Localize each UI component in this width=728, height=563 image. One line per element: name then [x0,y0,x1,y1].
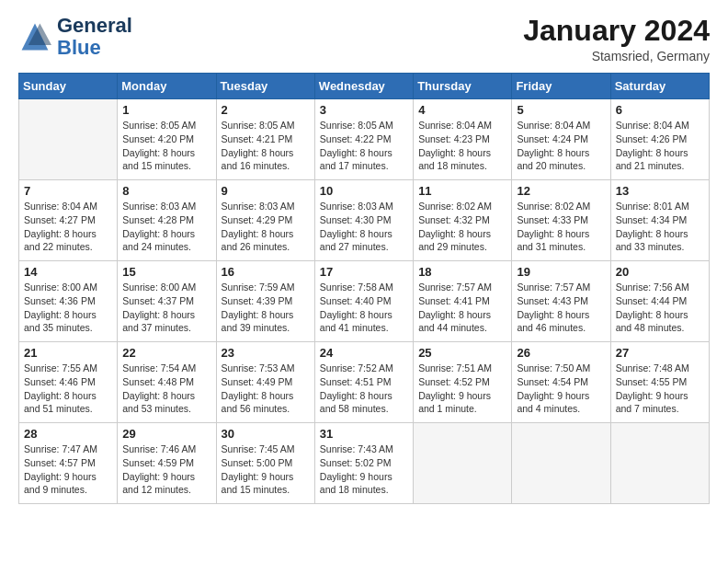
daylight-text: Daylight: 8 hours and 16 minutes. [222,147,294,172]
day-info: Sunrise: 7:52 AM Sunset: 4:51 PM Dayligh… [320,362,408,416]
week-row-2: 7 Sunrise: 8:04 AM Sunset: 4:27 PM Dayli… [19,180,710,261]
sunset-text: Sunset: 4:29 PM [222,214,293,225]
daylight-text: Daylight: 8 hours and 56 minutes. [222,390,294,415]
col-saturday: Saturday [610,74,709,99]
day-cell-2-3: 9 Sunrise: 8:03 AM Sunset: 4:29 PM Dayli… [216,180,314,261]
day-info: Sunrise: 7:45 AM Sunset: 5:00 PM Dayligh… [222,442,310,497]
day-cell-2-2: 8 Sunrise: 8:03 AM Sunset: 4:28 PM Dayli… [118,180,216,261]
daylight-text: Daylight: 8 hours and 44 minutes. [418,309,491,334]
day-cell-5-7 [610,423,709,504]
day-cell-1-5: 4 Sunrise: 8:04 AM Sunset: 4:23 PM Dayli… [414,99,512,180]
day-info: Sunrise: 8:00 AM Sunset: 4:37 PM Dayligh… [122,281,210,335]
sunset-text: Sunset: 4:23 PM [418,133,490,144]
day-info: Sunrise: 8:03 AM Sunset: 4:29 PM Dayligh… [222,200,310,254]
daylight-text: Daylight: 8 hours and 29 minutes. [418,228,491,253]
day-info: Sunrise: 8:04 AM Sunset: 4:23 PM Dayligh… [418,119,506,173]
day-cell-1-3: 2 Sunrise: 8:05 AM Sunset: 4:21 PM Dayli… [216,99,314,180]
sunrise-text: Sunrise: 8:05 AM [320,120,393,131]
day-info: Sunrise: 8:05 AM Sunset: 4:20 PM Dayligh… [122,119,210,173]
day-number: 25 [418,346,506,360]
day-number: 5 [517,103,605,117]
day-cell-1-4: 3 Sunrise: 8:05 AM Sunset: 4:22 PM Dayli… [314,99,413,180]
week-row-1: 1 Sunrise: 8:05 AM Sunset: 4:20 PM Dayli… [19,99,710,180]
day-number: 28 [24,427,112,441]
daylight-text: Daylight: 8 hours and 22 minutes. [24,228,97,253]
day-info: Sunrise: 8:02 AM Sunset: 4:32 PM Dayligh… [418,200,506,254]
day-info: Sunrise: 8:01 AM Sunset: 4:34 PM Dayligh… [616,200,704,254]
sunrise-text: Sunrise: 8:05 AM [222,120,295,131]
day-cell-2-6: 12 Sunrise: 8:02 AM Sunset: 4:33 PM Dayl… [512,180,610,261]
sunset-text: Sunset: 4:49 PM [222,376,293,387]
day-info: Sunrise: 7:43 AM Sunset: 5:02 PM Dayligh… [320,442,408,497]
daylight-text: Daylight: 8 hours and 18 minutes. [418,147,491,172]
sunrise-text: Sunrise: 8:03 AM [122,201,196,212]
sunset-text: Sunset: 4:21 PM [222,133,293,144]
day-cell-5-3: 30 Sunrise: 7:45 AM Sunset: 5:00 PM Dayl… [216,423,314,504]
day-number: 20 [616,265,704,279]
daylight-text: Daylight: 8 hours and 58 minutes. [320,390,392,415]
sunrise-text: Sunrise: 8:03 AM [222,201,295,212]
day-info: Sunrise: 7:51 AM Sunset: 4:52 PM Dayligh… [418,362,506,416]
day-number: 15 [122,265,210,279]
day-number: 18 [418,265,506,279]
sunset-text: Sunset: 4:59 PM [122,457,194,468]
day-info: Sunrise: 8:05 AM Sunset: 4:21 PM Dayligh… [222,119,310,173]
daylight-text: Daylight: 8 hours and 24 minutes. [122,228,195,253]
logo: General Blue [18,15,132,59]
day-number: 22 [122,346,210,360]
sunset-text: Sunset: 4:28 PM [122,214,194,225]
day-number: 12 [517,184,605,198]
day-cell-3-7: 20 Sunrise: 7:56 AM Sunset: 4:44 PM Dayl… [610,261,709,342]
day-info: Sunrise: 8:00 AM Sunset: 4:36 PM Dayligh… [24,281,112,335]
sunrise-text: Sunrise: 8:04 AM [24,201,97,212]
sunrise-text: Sunrise: 8:05 AM [122,120,196,131]
daylight-text: Daylight: 9 hours and 1 minute. [418,390,491,415]
day-info: Sunrise: 7:48 AM Sunset: 4:55 PM Dayligh… [616,362,704,416]
day-number: 9 [222,184,310,198]
calendar-header-row: Sunday Monday Tuesday Wednesday Thursday… [19,74,710,99]
day-info: Sunrise: 7:46 AM Sunset: 4:59 PM Dayligh… [122,442,210,497]
sunrise-text: Sunrise: 7:50 AM [517,362,590,373]
daylight-text: Daylight: 8 hours and 33 minutes. [616,228,688,253]
daylight-text: Daylight: 8 hours and 48 minutes. [616,309,688,334]
daylight-text: Daylight: 9 hours and 15 minutes. [222,471,294,496]
day-cell-4-1: 21 Sunrise: 7:55 AM Sunset: 4:46 PM Dayl… [19,342,118,423]
day-number: 26 [517,346,605,360]
sunset-text: Sunset: 4:48 PM [122,376,194,387]
day-info: Sunrise: 8:04 AM Sunset: 4:27 PM Dayligh… [24,200,112,254]
sunset-text: Sunset: 4:37 PM [122,295,194,306]
day-number: 2 [222,103,310,117]
day-number: 17 [320,265,408,279]
day-cell-1-7: 6 Sunrise: 8:04 AM Sunset: 4:26 PM Dayli… [610,99,709,180]
sunrise-text: Sunrise: 7:47 AM [24,443,97,454]
location-subtitle: Stamsried, Germany [523,49,710,63]
sunset-text: Sunset: 4:44 PM [616,295,688,306]
day-number: 3 [320,103,408,117]
day-info: Sunrise: 7:57 AM Sunset: 4:41 PM Dayligh… [418,281,506,335]
day-number: 31 [320,427,408,441]
sunset-text: Sunset: 4:39 PM [222,295,293,306]
day-cell-4-3: 23 Sunrise: 7:53 AM Sunset: 4:49 PM Dayl… [216,342,314,423]
logo-text: General Blue [57,15,132,59]
daylight-text: Daylight: 8 hours and 41 minutes. [320,309,392,334]
daylight-text: Daylight: 8 hours and 51 minutes. [24,390,97,415]
daylight-text: Daylight: 8 hours and 21 minutes. [616,147,688,172]
day-number: 4 [418,103,506,117]
day-cell-4-5: 25 Sunrise: 7:51 AM Sunset: 4:52 PM Dayl… [414,342,512,423]
header: General Blue January 2024 Stamsried, Ger… [18,15,710,63]
sunrise-text: Sunrise: 8:04 AM [517,120,590,131]
day-number: 14 [24,265,112,279]
sunrise-text: Sunrise: 8:00 AM [24,282,97,293]
sunset-text: Sunset: 4:51 PM [320,376,392,387]
daylight-text: Daylight: 8 hours and 37 minutes. [122,309,195,334]
daylight-text: Daylight: 8 hours and 39 minutes. [222,309,294,334]
sunset-text: Sunset: 4:26 PM [616,133,688,144]
col-friday: Friday [512,74,610,99]
day-cell-4-4: 24 Sunrise: 7:52 AM Sunset: 4:51 PM Dayl… [314,342,413,423]
day-cell-5-2: 29 Sunrise: 7:46 AM Sunset: 4:59 PM Dayl… [118,423,216,504]
sunset-text: Sunset: 4:40 PM [320,295,392,306]
daylight-text: Daylight: 8 hours and 31 minutes. [517,228,589,253]
daylight-text: Daylight: 9 hours and 7 minutes. [616,390,688,415]
day-cell-4-2: 22 Sunrise: 7:54 AM Sunset: 4:48 PM Dayl… [118,342,216,423]
sunrise-text: Sunrise: 7:56 AM [616,282,689,293]
